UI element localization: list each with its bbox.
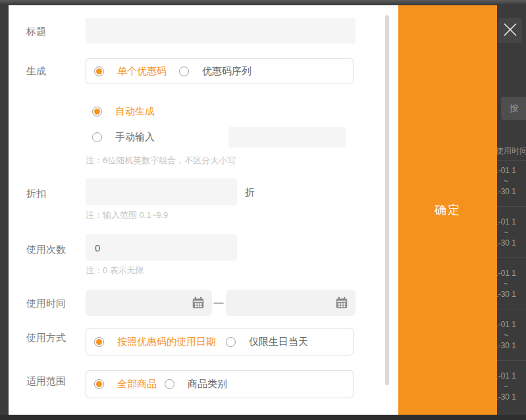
option-label[interactable]: 自动生成 — [115, 105, 155, 118]
scope-label: 适用范围 — [26, 375, 66, 388]
background-top-bar — [0, 0, 526, 5]
background-filter-button: 按 — [501, 97, 526, 120]
radio-dot — [228, 339, 234, 345]
date-range-separator: ~ — [494, 227, 526, 238]
date-range-start: 1-01 1 — [494, 165, 526, 176]
calendar-icon[interactable] — [334, 296, 349, 313]
option-birthday-only[interactable]: 仅限生日当天 — [226, 336, 308, 348]
generate-note: 注：6位随机英数字组合，不区分大小写 — [86, 155, 236, 167]
background-row-divider — [492, 160, 526, 161]
option-label[interactable]: 商品类别 — [188, 378, 227, 390]
option-code-series[interactable]: 优惠码序列 — [179, 65, 251, 78]
discount-label: 折扣 — [26, 188, 46, 200]
radio-dot — [96, 68, 102, 74]
background-filter-button-label: 按 — [510, 103, 519, 113]
generate-option-group: 单个优惠码 优惠码序列 — [86, 58, 354, 84]
calendar-icon[interactable] — [191, 296, 205, 313]
date-range-end: 1-30 1 — [494, 392, 526, 402]
background-table-row: 1-01 1 ~ 1-30 1 — [494, 371, 526, 402]
usage-method-label: 使用方式 — [26, 332, 66, 344]
discount-unit: 折 — [245, 186, 255, 199]
radio-unselected-icon[interactable] — [179, 66, 189, 76]
date-range-end: 1-30 1 — [494, 238, 526, 248]
coupon-dialog: 标题 生成 单个优惠码 优惠码序列 自动生成 手动输入 注：6位随机英数字组合，… — [9, 5, 497, 415]
option-all-products[interactable]: 全部商品 — [94, 378, 157, 390]
background-table-row: 1-01 1 ~ 1-30 1 — [494, 268, 526, 300]
option-product-category[interactable]: 商品类别 — [165, 378, 227, 390]
radio-dot — [94, 109, 100, 115]
discount-note: 注：输入范围 0.1~9.9 — [86, 209, 168, 221]
date-range-start: 1-01 1 — [494, 371, 526, 381]
background-table-row: 1-01 1 ~ 1-30 1 — [494, 217, 526, 248]
usage-count-note: 注：0 表示无限 — [86, 265, 144, 276]
date-range-separator: ~ — [494, 330, 526, 340]
date-range-end: 1-30 1 — [494, 340, 526, 351]
date-range-end: 1-30 1 — [494, 289, 526, 300]
option-label[interactable]: 优惠码序列 — [202, 65, 251, 78]
usage-count-input[interactable] — [86, 234, 237, 261]
option-by-coupon-dates[interactable]: 按照优惠码的使用日期 — [94, 336, 216, 348]
radio-dot — [167, 381, 172, 387]
radio-unselected-icon[interactable] — [92, 132, 102, 142]
background-table-row: 1-01 1 ~ 1-30 1 — [494, 319, 526, 351]
radio-selected-icon[interactable] — [94, 379, 104, 389]
radio-unselected-icon[interactable] — [226, 337, 236, 347]
option-label[interactable]: 仅限生日当天 — [249, 336, 308, 348]
radio-dot — [96, 381, 102, 387]
scope-option-group: 全部商品 商品类别 — [86, 370, 354, 398]
close-button[interactable] — [498, 18, 522, 43]
generate-label: 生成 — [26, 65, 46, 78]
manual-code-input[interactable] — [228, 127, 346, 147]
radio-unselected-icon[interactable] — [165, 379, 174, 389]
confirm-button-label: 确定 — [434, 202, 461, 218]
screen: 按 使用时间 1-01 1 ~ 1-30 1 1-01 1 ~ 1-30 1 1… — [0, 0, 526, 420]
end-date-value[interactable] — [226, 290, 334, 316]
end-date-input[interactable] — [226, 290, 355, 316]
date-range-start: 1-01 1 — [494, 319, 526, 330]
title-input[interactable] — [86, 18, 355, 43]
start-date-value[interactable] — [86, 290, 191, 316]
usage-method-option-group: 按照优惠码的使用日期 仅限生日当天 — [86, 328, 354, 355]
option-manual-input[interactable]: 手动输入 — [92, 131, 155, 144]
modal-scrollbar-thumb[interactable] — [385, 15, 389, 385]
date-range-end: 1-30 1 — [494, 186, 526, 197]
date-range-separator: ~ — [494, 176, 526, 186]
radio-dot — [96, 339, 102, 345]
radio-dot — [94, 134, 100, 140]
close-icon — [502, 22, 518, 39]
date-range-separator: ~ — [494, 381, 526, 392]
date-range-start: 1-01 1 — [494, 217, 526, 227]
background-row-divider — [492, 257, 526, 258]
date-range-start: 1-01 1 — [494, 268, 526, 278]
option-label[interactable]: 手动输入 — [115, 131, 155, 144]
start-date-input[interactable] — [86, 290, 212, 316]
option-single-code[interactable]: 单个优惠码 — [94, 65, 167, 78]
radio-selected-icon[interactable] — [94, 337, 104, 347]
usage-time-label: 使用时间 — [26, 298, 66, 310]
background-row-divider — [492, 309, 526, 309]
date-range-dash: — — [212, 297, 225, 308]
background-table-row: 1-01 1 ~ 1-30 1 — [494, 165, 526, 197]
discount-input[interactable] — [86, 178, 237, 205]
option-label[interactable]: 全部商品 — [117, 378, 157, 390]
background-column-header: 使用时间 — [496, 145, 526, 157]
background-row-divider — [492, 360, 526, 361]
usage-count-label: 使用次数 — [26, 244, 66, 256]
radio-dot — [181, 68, 187, 74]
title-label: 标题 — [26, 26, 46, 38]
radio-selected-icon[interactable] — [92, 107, 102, 117]
option-auto-generate[interactable]: 自动生成 — [92, 105, 155, 118]
radio-selected-icon[interactable] — [94, 66, 104, 76]
background-row-divider — [492, 206, 526, 207]
confirm-button[interactable]: 确定 — [398, 5, 497, 415]
background-bottom-bar — [0, 415, 526, 420]
option-label[interactable]: 单个优惠码 — [117, 65, 167, 78]
date-range-separator: ~ — [494, 278, 526, 289]
option-label[interactable]: 按照优惠码的使用日期 — [117, 336, 216, 348]
